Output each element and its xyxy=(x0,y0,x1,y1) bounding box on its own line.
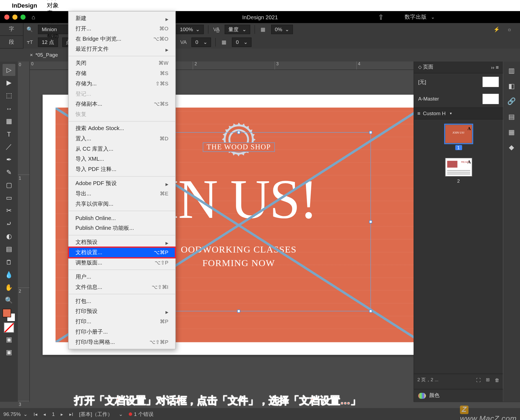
document-tab[interactable]: *05_Page xyxy=(35,52,58,58)
menu-item-文件信息[interactable]: 文件信息...⌥⇧⌘I xyxy=(69,282,175,292)
home-icon[interactable]: ⌂ xyxy=(31,14,35,20)
zoom-field[interactable]: 96.75% ⌄ xyxy=(4,411,28,417)
type-tool[interactable]: T xyxy=(2,128,15,140)
links-dock-icon[interactable]: 🔗 xyxy=(506,96,517,107)
close-tab-icon[interactable]: × xyxy=(30,52,33,58)
last-spread-button[interactable]: ▸I xyxy=(69,411,73,417)
menu-item-从CC库置入[interactable]: 从 CC 库置入... xyxy=(69,144,175,154)
menu-item-打印预设[interactable]: 打印预设 xyxy=(69,306,175,316)
page-field[interactable]: 1 xyxy=(52,411,55,417)
menu-item-存储为[interactable]: 存储为...⇧⌘S xyxy=(69,79,175,89)
master-a-row[interactable]: A-Master xyxy=(414,91,503,108)
preflight-status[interactable]: 1 个错误 xyxy=(129,411,154,418)
menu-item-存储[interactable]: 存储⌘S xyxy=(69,68,175,79)
page-thumb-2[interactable]: A READY xyxy=(445,158,472,176)
menu-item-用户[interactable]: 用户... xyxy=(69,272,175,282)
next-spread-button[interactable]: ▸ xyxy=(61,411,63,417)
stroke-dock-icon[interactable]: ▤ xyxy=(506,111,517,122)
free-transform-tool[interactable]: ⤾ xyxy=(2,218,15,230)
menu-item-打开[interactable]: 打开...⌘O xyxy=(69,24,175,34)
prev-spread-button[interactable]: ◂ xyxy=(43,411,46,417)
share-icon[interactable]: ⇪ xyxy=(378,13,384,21)
master-none-row[interactable]: [无] xyxy=(414,73,503,91)
watermark: Zwww.MacZ.com xyxy=(460,405,516,420)
section-dropdown[interactable]: ≡ Custom H xyxy=(414,108,503,119)
character-mode-button[interactable]: 字 xyxy=(0,23,23,36)
baseline-shift-icon[interactable]: ▦ xyxy=(220,38,228,46)
note-tool[interactable]: 🗒 xyxy=(2,256,15,268)
minimize-window-button[interactable] xyxy=(12,15,18,20)
zoom-tool[interactable]: 🔍 xyxy=(2,294,15,306)
menu-item-最近打开文件[interactable]: 最近打开文件 xyxy=(69,44,175,54)
preview-view-icon[interactable]: ▣ xyxy=(2,346,15,358)
menu-item-PublishOnline功能板[interactable]: Publish Online 功能板... xyxy=(69,223,175,233)
menu-item-搜索AdobeStock[interactable]: 搜索 Adobe Stock... xyxy=(69,123,175,134)
zoom-window-button[interactable] xyxy=(21,15,26,20)
gap-tool[interactable]: ↔ xyxy=(2,102,15,114)
swatches-dock-icon[interactable]: ▦ xyxy=(506,126,517,137)
skew-field[interactable]: 0⌄ xyxy=(232,38,252,47)
layers-dock-icon[interactable]: ◧ xyxy=(506,80,517,91)
edit-page-size-icon[interactable]: ⛶ xyxy=(476,377,481,382)
rectangle-frame-tool[interactable]: ▢ xyxy=(2,179,15,191)
font-size-field[interactable]: 12 点 xyxy=(38,38,58,47)
new-page-icon[interactable]: ⊞ xyxy=(486,377,490,382)
menu-item-导入XML[interactable]: 导入 XML... xyxy=(69,154,175,164)
page-thumb-1[interactable]: A JOIN US! xyxy=(445,125,472,143)
default-fill-stroke[interactable] xyxy=(4,322,14,333)
menu-item-打印[interactable]: 打印...⌘P xyxy=(69,316,175,327)
fill-stroke-swatch[interactable] xyxy=(2,309,15,322)
selection-tool[interactable]: ▷ xyxy=(2,64,15,76)
search-icon[interactable]: 🔍 xyxy=(26,25,34,33)
pen-tool[interactable]: ✒ xyxy=(2,154,15,166)
rectangle-tool[interactable]: ▭ xyxy=(2,192,15,204)
vertical-scale-field[interactable]: 100%⌄ xyxy=(176,25,204,34)
menu-item-共享以供审阅[interactable]: 共享以供审阅... xyxy=(69,199,175,209)
baseline-grid-icon[interactable]: ▦ xyxy=(259,25,267,33)
page-tool[interactable]: ⬚ xyxy=(2,90,15,102)
workspace-status[interactable]: [基本]（工作） xyxy=(79,411,113,418)
menu-item-文档预设[interactable]: 文档预设 xyxy=(69,237,175,247)
line-tool[interactable]: ／ xyxy=(2,141,15,153)
menu-item-关闭[interactable]: 关闭⌘W xyxy=(69,58,175,68)
paragraph-mode-button[interactable]: 段 xyxy=(0,36,23,49)
scissors-tool[interactable]: ✂ xyxy=(2,205,15,217)
menu-item-打印/导出网格[interactable]: 打印/导出网格...⌥⇧⌘P xyxy=(69,337,175,347)
menu-item-打包[interactable]: 打包... xyxy=(69,296,175,306)
cc-libs-dock-icon[interactable]: ◆ xyxy=(506,142,517,153)
pages-dock-icon[interactable]: ▥ xyxy=(506,65,517,76)
baseline-pct-field[interactable]: 0%⌄ xyxy=(271,25,293,34)
menu-对象[interactable]: 对象 xyxy=(43,2,63,9)
close-window-button[interactable] xyxy=(4,15,9,20)
app-name[interactable]: InDesign xyxy=(12,2,37,9)
kerning-field[interactable]: 量度⌄ xyxy=(225,25,250,34)
delete-page-icon[interactable]: 🗑 xyxy=(495,377,499,382)
quick-apply-icon[interactable]: ⚡ xyxy=(493,25,500,33)
pages-panel-header[interactable]: ◇ 页面 ›› ≡ xyxy=(414,62,503,73)
menu-item-新建[interactable]: 新建 xyxy=(69,13,175,24)
gradient-feather-tool[interactable]: ▤ xyxy=(2,243,15,255)
menu-表[interactable]: 表 xyxy=(43,9,63,17)
content-collector-tool[interactable]: ▦ xyxy=(2,115,15,127)
normal-view-icon[interactable]: ▣ xyxy=(2,334,15,345)
menu-item-打印小册子[interactable]: 打印小册子... xyxy=(69,327,175,337)
menu-item-调整版面[interactable]: 调整版面...⌥⇧P xyxy=(69,258,175,268)
first-spread-button[interactable]: I◂ xyxy=(34,411,37,417)
menu-item-置入[interactable]: 置入...⌘D xyxy=(69,134,175,144)
menu-item-AdobePDF预设[interactable]: Adobe PDF 预设 xyxy=(69,178,175,189)
menu-item-导出[interactable]: 导出...⌘E xyxy=(69,189,175,199)
menu-item-在Bridge中浏览[interactable]: 在 Bridge 中浏览...⌥⌘O xyxy=(69,34,175,44)
color-panel-collapsed[interactable]: 颜色 xyxy=(414,389,503,402)
pencil-tool[interactable]: ✎ xyxy=(2,166,15,178)
workspace-switcher[interactable]: 数字出版 xyxy=(405,13,435,21)
menu-item-存储副本[interactable]: 存储副本...⌥⌘S xyxy=(69,99,175,109)
direct-selection-tool[interactable]: ▶ xyxy=(2,77,15,89)
tracking-field[interactable]: 0⌄ xyxy=(191,38,211,47)
menu-item-文档设置[interactable]: 文档设置...⌥⌘P xyxy=(69,247,175,258)
menu-item-PublishOnline[interactable]: Publish Online... xyxy=(69,213,175,223)
hand-tool[interactable]: ✋ xyxy=(2,282,15,293)
gradient-swatch-tool[interactable]: ◐ xyxy=(2,230,15,242)
menu-item-导入PDF注释[interactable]: 导入 PDF 注释... xyxy=(69,164,175,175)
panel-menu-icon[interactable]: ☼ xyxy=(506,25,513,33)
eyedropper-tool[interactable]: 💧 xyxy=(2,269,15,281)
